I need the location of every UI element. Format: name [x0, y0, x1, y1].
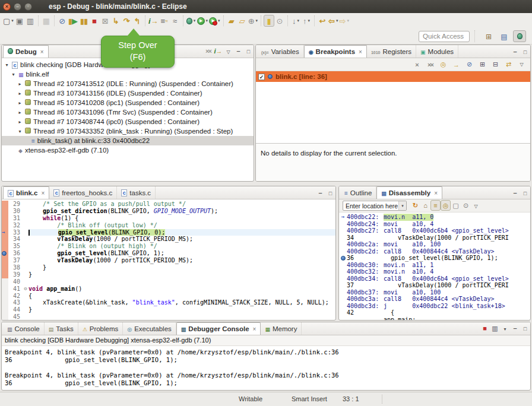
editor-annotation-gutter[interactable] — [2, 299, 8, 306]
terminate-console-button[interactable]: ■ — [480, 323, 490, 334]
editor-annotation-gutter[interactable] — [2, 264, 8, 271]
quick-access-box[interactable]: Quick Access — [419, 31, 470, 42]
expand-all-button[interactable]: ⊞ — [477, 59, 487, 70]
line-number[interactable]: 38 — [8, 264, 23, 271]
tab-problems[interactable]: ⚠Problems — [78, 322, 124, 335]
track-context-button[interactable]: ◎ — [441, 200, 451, 211]
open-project-button[interactable]: ▰ — [226, 15, 237, 27]
debug-tree-item[interactable]: ▾Thread #9 1073433352 (blink_task : Runn… — [2, 126, 254, 136]
skip-all-breakpoints-button[interactable]: ⊘ — [464, 59, 474, 70]
line-number[interactable]: 35 — [8, 243, 23, 250]
forward-button[interactable]: ⇨▾ — [338, 15, 349, 27]
close-tab-icon[interactable]: × — [41, 190, 45, 196]
step-filters-button[interactable]: ≈ — [170, 15, 180, 27]
home-button[interactable]: ⌂ — [420, 200, 430, 211]
maximize-button[interactable]: □ — [520, 323, 530, 334]
maximize-button[interactable]: □ — [243, 46, 254, 57]
close-tab-icon[interactable]: × — [253, 326, 256, 332]
tab-memory[interactable]: ▦Memory — [261, 322, 302, 335]
line-number[interactable]: 40 — [8, 278, 23, 286]
debug-tree-item[interactable]: ▸Thread #5 1073410208 (ipc1) (Suspended … — [2, 98, 254, 107]
tab-disassembly[interactable]: ▤Disassembly× — [376, 186, 442, 199]
debug-perspective-button[interactable] — [513, 30, 526, 42]
tab-debug[interactable]: Debug× — [3, 45, 49, 58]
line-number[interactable]: 34 — [8, 236, 23, 243]
editor-annotation-gutter[interactable] — [2, 257, 8, 264]
editor-annotation-gutter[interactable] — [2, 222, 8, 229]
editor-annotation-gutter[interactable] — [2, 250, 8, 257]
search-button[interactable]: ⊕▾ — [248, 15, 258, 27]
editor-annotation-gutter[interactable] — [2, 236, 8, 243]
next-annotation-dropdown-icon[interactable]: ▾ — [297, 18, 300, 23]
editor-annotation-gutter[interactable] — [2, 278, 8, 286]
step-into-button[interactable]: ↳ — [110, 15, 121, 27]
search-dropdown-icon[interactable]: ▾ — [256, 18, 258, 23]
open-perspective-button[interactable]: ⊞ — [482, 31, 495, 43]
combo-dropdown-icon[interactable]: ▾ — [398, 201, 406, 210]
remove-all-terminated-button[interactable]: ×× — [203, 46, 213, 56]
twistie-icon[interactable]: ▾ — [17, 129, 23, 134]
last-edit-location-button[interactable]: ↩ — [317, 15, 328, 27]
minimize-button[interactable]: – — [233, 46, 243, 56]
save-all-button[interactable]: ▥ — [25, 15, 36, 27]
twistie-icon[interactable]: ▸ — [17, 119, 23, 125]
suspend-button[interactable]: ▮▮ — [78, 15, 89, 27]
debug-dropdown-icon[interactable]: ▾ — [194, 18, 196, 23]
minimize-button[interactable]: – — [315, 188, 325, 198]
line-number[interactable]: 32 — [8, 222, 23, 229]
debug-tree-item[interactable]: ▾▦blink.elf — [2, 69, 254, 79]
console-output[interactable]: Breakpoint 4, blink_task (pvParameter=0x… — [2, 346, 530, 390]
line-number[interactable]: 45 — [8, 313, 23, 320]
debug-button[interactable]: ▾ — [186, 15, 197, 27]
disconnect-button[interactable]: ⊠ — [100, 15, 110, 27]
editor-annotation-gutter[interactable] — [2, 208, 8, 215]
editor-annotation-gutter[interactable] — [2, 201, 8, 208]
location-combo[interactable]: Enter location here ▾ — [343, 201, 407, 211]
pin-editor-button[interactable]: ⊙ — [274, 15, 285, 27]
maximize-button[interactable]: □ — [520, 188, 530, 199]
resume-button[interactable]: ▮▶ — [68, 15, 78, 27]
line-number[interactable]: 37 — [8, 257, 23, 264]
line-number[interactable]: 41 — [8, 286, 23, 293]
minimize-window-button[interactable]: – — [14, 3, 21, 11]
previous-annotation-dropdown-icon[interactable]: ▾ — [308, 18, 311, 23]
view-menu-button[interactable]: ▽ — [517, 59, 527, 70]
display-selected-console-button[interactable]: ▥ — [490, 323, 500, 334]
editor-annotation-gutter[interactable] — [2, 313, 8, 320]
editor-annotation-gutter[interactable] — [2, 293, 8, 300]
line-number[interactable]: 33 — [8, 229, 23, 236]
show-source-button[interactable]: ≡ — [430, 200, 441, 211]
breakpoint-row[interactable]: ✓blink.c [line: 36] — [256, 71, 530, 82]
line-number[interactable]: 42 — [8, 293, 23, 300]
external-tools-dropdown-icon[interactable]: ▾ — [218, 18, 220, 23]
maximize-button[interactable]: □ — [520, 47, 530, 58]
show-breakpoints-for-target-button[interactable]: ◎ — [438, 59, 448, 70]
remove-breakpoint-button[interactable]: × — [412, 59, 422, 70]
code-editor[interactable]: 29 /* Set the GPIO as a push/pull output… — [2, 199, 335, 320]
tab-outline[interactable]: ≡Outline — [340, 186, 376, 199]
close-tab-icon[interactable]: × — [359, 49, 362, 55]
close-tab-icon[interactable]: × — [434, 190, 438, 196]
debug-tree-item[interactable]: ◆xtensa-esp32-elf-gdb (7.10) — [2, 145, 254, 155]
tab-tasks-c[interactable]: ctasks.c — [117, 186, 156, 199]
editor-annotation-gutter[interactable] — [2, 271, 8, 278]
minimize-button[interactable]: – — [510, 323, 520, 334]
line-number[interactable]: 44 — [8, 306, 23, 313]
back-dropdown-icon[interactable]: ▾ — [336, 18, 338, 23]
remove-all-breakpoints-button[interactable]: ×× — [425, 59, 435, 70]
debug-tree-item[interactable]: ▸Thread #7 1073408744 (ipc0) (Suspended … — [2, 117, 254, 126]
new-button[interactable]: ▢▾ — [2, 15, 14, 27]
mark-occurrences-button[interactable]: ▮ — [264, 15, 274, 27]
instruction-stepping-button[interactable]: i→ — [148, 15, 159, 27]
tab-debugger-console[interactable]: ▥Debugger Console× — [176, 322, 261, 335]
terminate-button[interactable]: ■ — [89, 15, 100, 27]
twistie-icon[interactable]: ▸ — [17, 91, 23, 96]
use-step-filters-button[interactable]: ≡≈ — [159, 15, 170, 27]
collapse-all-button[interactable]: ⊟ — [490, 59, 501, 70]
view-dropdown-button[interactable]: ▾ — [500, 324, 510, 335]
view-menu-button[interactable]: ▽ — [223, 47, 233, 58]
tab-freertos-hooks-c[interactable]: cfreertos_hooks.c — [49, 186, 117, 199]
close-window-button[interactable]: × — [3, 3, 11, 11]
tab-registers[interactable]: 1010Registers — [367, 45, 416, 58]
twistie-icon[interactable]: ▸ — [17, 100, 23, 106]
